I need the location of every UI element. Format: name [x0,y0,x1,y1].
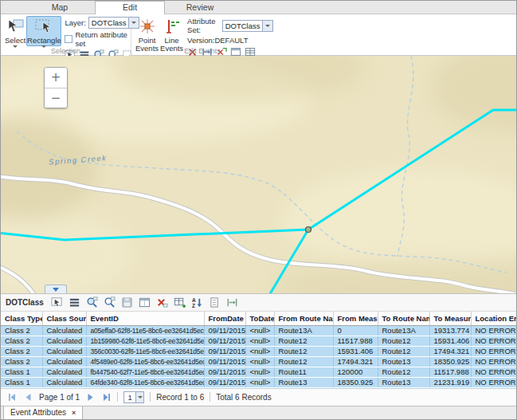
bottom-tab-bar: Event Attributes × [1,406,516,420]
zoom-out-button[interactable]: − [45,88,67,108]
table-row[interactable]: Class 2Calculated356c0030-62f8-11e5-8bc6… [1,346,516,356]
rectangle-select-button[interactable]: Rectangle [26,16,61,46]
svg-text:Z: Z [192,303,195,308]
sort-icon[interactable]: AZ [191,296,203,308]
col-header-location-error[interactable]: Location Error [471,312,516,325]
selection-group: Select Rectangle Layer: DOTClass [1,14,131,55]
table-row[interactable]: Class 1Calculated64fde340-62f8-11e5-8bc6… [1,377,516,387]
event-attributes-panel: DOTClass AZ Class Type Class Source Even… [1,293,516,419]
pan-to-selection-icon[interactable] [104,296,116,308]
application-window: Map Edit Review Select Rectangle [0,0,517,420]
table-row[interactable]: Class 2Calculated1b159980-62f8-11e5-8bc6… [1,336,516,346]
map-canvas [1,56,516,293]
col-header-class-type[interactable]: Class Type [1,312,42,325]
zoom-to-selection-icon[interactable] [86,296,98,308]
layer-label: Layer: [65,18,85,27]
attribute-set-combobox-value: DOTClass [223,22,263,30]
page-select-caret-icon[interactable] [135,392,143,402]
col-header-class-source[interactable]: Class Source [42,312,86,325]
col-header-from-measure[interactable]: From Measure [333,312,378,325]
return-attribute-set-label: Return attribute set [75,30,139,48]
pager-separator [150,392,151,402]
table-row[interactable]: Class 1Calculatedfb447540-62f7-11e5-8bc6… [1,367,516,377]
close-icon[interactable]: × [72,409,76,417]
tab-edit[interactable]: Edit [95,1,165,14]
delete-record-icon[interactable] [156,296,168,308]
page-indicator: Page 1 of 1 [39,393,80,402]
layer-combobox-value: DOTClass [89,18,128,27]
event-table: Class Type Class Source EventID FromDate… [1,312,517,388]
edit-events-group-label: Edit Events [131,47,273,55]
open-form-icon[interactable] [209,296,221,308]
panel-collapse-button[interactable] [45,285,67,293]
attribute-set-combobox[interactable]: DOTClass [222,20,274,32]
table-row[interactable]: Class 2Calculated4f5489e0-62f8-11e5-8bc6… [1,356,516,367]
tab-review[interactable]: Review [165,1,235,14]
tab-map[interactable]: Map [25,1,95,14]
selection-group-label: Selection [1,47,131,55]
panel-layer-name: DOTClass [6,298,44,307]
svg-text:A: A [192,297,196,303]
point-events-button[interactable]: Point Events [135,16,159,46]
col-header-to-measure[interactable]: To Measure [429,312,471,325]
next-page-button[interactable] [85,392,96,402]
line-events-icon [163,18,181,36]
tab-event-attributes[interactable]: Event Attributes × [3,406,83,420]
split-record-icon[interactable] [226,296,238,308]
panel-toolbar: DOTClass AZ [1,294,516,312]
select-features-icon[interactable] [51,296,63,308]
col-header-fromdate[interactable]: FromDate [204,312,245,325]
table-row[interactable]: Class 2Calculateda05effa0-62f8-11e5-8bc6… [1,325,516,336]
page-select-value: 1 [124,393,135,402]
edit-events-group: Point Events Line Events Attribute Set: … [131,14,273,55]
pager-separator [210,392,210,402]
select-cursor-icon [6,18,25,36]
col-header-todate[interactable]: ToDate [245,312,274,325]
map-zoom-control: + − [44,67,68,108]
pagination-bar: Page 1 of 1 1 Record 1 to 6 Total 6 Reco… [1,388,516,406]
record-range-text: Record 1 to 6 [156,393,204,402]
zoom-in-button[interactable]: + [45,68,67,88]
previous-page-button[interactable] [23,392,33,402]
attribute-window-icon[interactable] [139,296,151,308]
total-records-text: Total 6 Records [216,393,271,402]
rectangle-select-icon [34,18,53,36]
col-header-eventid[interactable]: EventID [86,312,204,325]
route-junction-marker [306,227,311,233]
rectangle-button-label: Rectangle [27,37,61,45]
line-events-button[interactable]: Line Events [159,16,184,46]
attribute-set-caret-icon[interactable] [262,21,272,31]
table-header-row: Class Type Class Source EventID FromDate… [1,312,516,325]
attribute-set-label: Attribute Set: [187,17,220,34]
select-button-label: Select [5,37,25,45]
select-button[interactable]: Select [4,16,26,46]
col-header-to-route-name[interactable]: To Route Name [378,312,429,325]
point-events-icon [139,18,156,36]
pager-separator [117,392,118,402]
ribbon-body: Select Rectangle Layer: DOTClass [1,14,516,55]
add-record-icon[interactable] [174,296,186,308]
version-label: Version:DEFAULT [187,36,273,45]
last-page-button[interactable] [101,392,112,402]
save-icon[interactable] [121,296,133,308]
page-select[interactable]: 1 [123,391,144,403]
ribbon: Map Edit Review Select Rectangle [1,1,516,56]
chevron-down-icon [53,288,59,292]
tab-event-attributes-label: Event Attributes [10,408,66,417]
show-list-icon[interactable] [69,296,80,308]
map-view[interactable]: Spring Creek + − [1,56,516,293]
col-header-from-route-name[interactable]: From Route Name [274,312,333,325]
first-page-button[interactable] [7,392,18,402]
ribbon-tab-strip: Map Edit Review [1,1,516,14]
return-attribute-set-checkbox[interactable] [65,35,72,43]
